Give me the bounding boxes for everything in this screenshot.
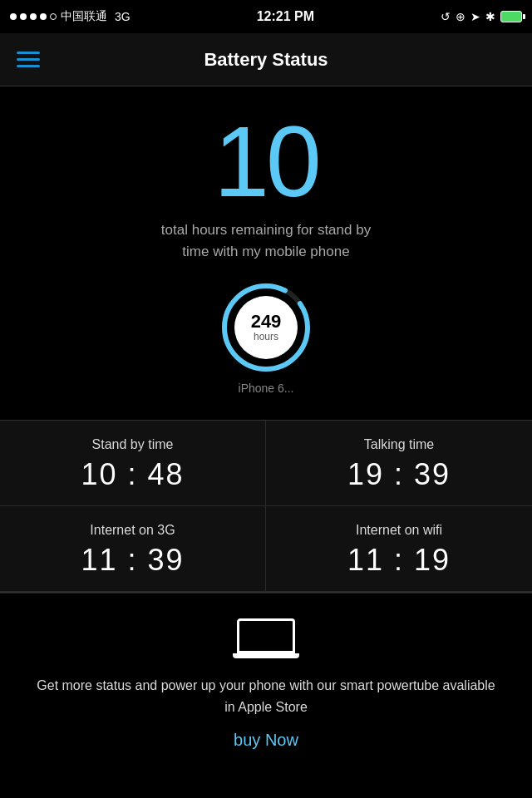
stat-cell-standbytime: Stand by time 10 : 48 — [0, 421, 266, 506]
stat-label-internetwifi: Internet on wifi — [283, 523, 515, 538]
status-time: 12:21 PM — [257, 9, 314, 24]
stat-value-talkingtime: 19 : 39 — [283, 457, 515, 492]
hours-label: total hours remaining for stand bytime w… — [17, 219, 515, 262]
hero-section: 10 total hours remaining for stand bytim… — [0, 86, 532, 420]
signal-dots — [10, 13, 57, 20]
menu-line-2 — [17, 58, 40, 61]
stats-grid: Stand by time 10 : 48 Talking time 19 : … — [0, 421, 532, 592]
location-icon: ➤ — [470, 10, 480, 23]
menu-line-3 — [17, 65, 40, 67]
stat-value-internet3g: 11 : 39 — [17, 543, 249, 578]
stat-cell-internet3g: Internet on 3G 11 : 39 — [0, 506, 266, 592]
stat-value-standbytime: 10 : 48 — [17, 457, 249, 492]
hours-number: 10 — [17, 111, 515, 211]
battery-tip — [523, 14, 525, 19]
nav-title: Battery Status — [204, 49, 328, 71]
stat-cell-talkingtime: Talking time 19 : 39 — [266, 421, 532, 506]
dot1 — [10, 13, 17, 20]
gauge-value: 249 — [251, 313, 282, 331]
status-right: ↺ ⊕ ➤ ✱ — [441, 10, 522, 23]
main-content: 10 total hours remaining for stand bytim… — [0, 86, 532, 766]
laptop-screen — [237, 618, 295, 653]
status-bar: 中国联通 3G 12:21 PM ↺ ⊕ ➤ ✱ — [0, 0, 532, 33]
gauge-container: 249 hours — [220, 282, 312, 373]
network-label: 3G — [115, 10, 131, 23]
dot4 — [40, 13, 47, 20]
laptop-base — [233, 653, 299, 658]
status-left: 中国联通 3G — [10, 9, 131, 24]
device-label: iPhone 6... — [17, 382, 515, 395]
laptop-icon — [233, 618, 299, 658]
refresh-icon: ↺ — [441, 10, 451, 23]
nav-bar: Battery Status — [0, 33, 532, 86]
gauge-unit: hours — [254, 331, 278, 342]
menu-line-1 — [17, 52, 40, 54]
stat-value-internetwifi: 11 : 19 — [283, 543, 515, 578]
stat-label-internet3g: Internet on 3G — [17, 523, 249, 538]
stat-label-talkingtime: Talking time — [283, 437, 515, 452]
lock-icon: ⊕ — [456, 10, 466, 23]
battery-icon — [500, 11, 522, 22]
dot2 — [20, 13, 27, 20]
buy-now-button[interactable]: buy Now — [33, 731, 499, 750]
menu-button[interactable] — [17, 52, 40, 67]
promo-text: Get more status and power up your phone … — [33, 675, 499, 717]
gauge-inner: 249 hours — [234, 296, 298, 359]
stat-cell-internetwifi: Internet on wifi 11 : 19 — [266, 506, 532, 592]
carrier-label: 中国联通 — [61, 9, 107, 24]
dot3 — [30, 13, 37, 20]
dot5 — [50, 13, 57, 20]
stat-label-standbytime: Stand by time — [17, 437, 249, 452]
bluetooth-icon: ✱ — [485, 10, 495, 23]
promo-section: Get more status and power up your phone … — [0, 593, 532, 766]
